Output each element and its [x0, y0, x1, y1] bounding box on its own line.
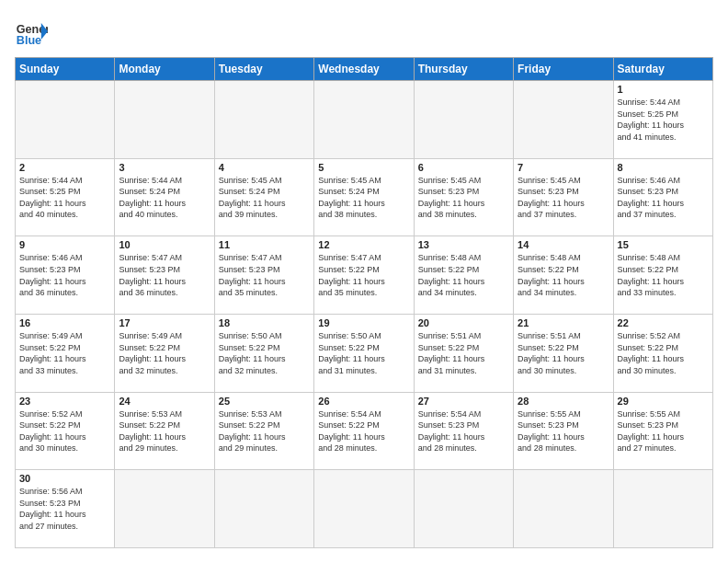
day-info: Sunrise: 5:51 AM Sunset: 5:22 PM Dayligh…: [418, 330, 509, 376]
day-number: 30: [19, 473, 110, 484]
calendar-day: 24Sunrise: 5:53 AM Sunset: 5:22 PM Dayli…: [115, 392, 214, 470]
calendar-day: [115, 470, 214, 548]
day-info: Sunrise: 5:47 AM Sunset: 5:22 PM Dayligh…: [318, 252, 409, 298]
day-info: Sunrise: 5:55 AM Sunset: 5:23 PM Dayligh…: [618, 408, 709, 454]
day-info: Sunrise: 5:48 AM Sunset: 5:22 PM Dayligh…: [518, 252, 609, 298]
calendar-day: [314, 470, 414, 548]
calendar-day: 8Sunrise: 5:46 AM Sunset: 5:23 PM Daylig…: [613, 158, 712, 236]
day-number: 19: [318, 317, 409, 328]
calendar-week-1: 1Sunrise: 5:44 AM Sunset: 5:25 PM Daylig…: [16, 81, 713, 159]
day-number: 29: [618, 396, 709, 407]
calendar-day: 11Sunrise: 5:47 AM Sunset: 5:23 PM Dayli…: [214, 236, 313, 315]
weekday-header-saturday: Saturday: [613, 58, 712, 81]
calendar-day: 27Sunrise: 5:54 AM Sunset: 5:23 PM Dayli…: [414, 392, 513, 470]
calendar-day: 30Sunrise: 5:56 AM Sunset: 5:23 PM Dayli…: [16, 470, 115, 548]
calendar-day: [613, 470, 712, 548]
logo-icon: General Blue: [15, 15, 48, 48]
day-info: Sunrise: 5:51 AM Sunset: 5:22 PM Dayligh…: [518, 330, 609, 376]
day-number: 24: [119, 396, 210, 407]
calendar-day: 18Sunrise: 5:50 AM Sunset: 5:22 PM Dayli…: [214, 314, 313, 392]
day-number: 4: [219, 162, 310, 173]
calendar-day: [514, 81, 613, 159]
day-number: 6: [418, 162, 509, 173]
day-info: Sunrise: 5:53 AM Sunset: 5:22 PM Dayligh…: [219, 408, 310, 454]
calendar-week-2: 2Sunrise: 5:44 AM Sunset: 5:25 PM Daylig…: [16, 158, 713, 236]
calendar-day: [414, 81, 513, 159]
calendar-week-3: 9Sunrise: 5:46 AM Sunset: 5:23 PM Daylig…: [16, 236, 713, 315]
day-number: 18: [219, 317, 310, 328]
svg-text:Blue: Blue: [17, 34, 41, 47]
calendar-day: 10Sunrise: 5:47 AM Sunset: 5:23 PM Dayli…: [115, 236, 214, 315]
day-number: 7: [518, 162, 609, 173]
weekday-header-tuesday: Tuesday: [214, 58, 313, 81]
day-number: 11: [219, 239, 310, 250]
calendar-table: SundayMondayTuesdayWednesdayThursdayFrid…: [15, 57, 713, 548]
weekday-header-monday: Monday: [115, 58, 214, 81]
calendar-day: [16, 81, 115, 159]
day-info: Sunrise: 5:48 AM Sunset: 5:22 PM Dayligh…: [418, 252, 509, 298]
day-info: Sunrise: 5:52 AM Sunset: 5:22 PM Dayligh…: [19, 408, 110, 454]
calendar-day: 25Sunrise: 5:53 AM Sunset: 5:22 PM Dayli…: [214, 392, 313, 470]
header: General Blue: [15, 15, 713, 48]
day-number: 13: [418, 239, 509, 250]
calendar-day: 6Sunrise: 5:45 AM Sunset: 5:23 PM Daylig…: [414, 158, 513, 236]
day-number: 20: [418, 317, 509, 328]
calendar-day: 5Sunrise: 5:45 AM Sunset: 5:24 PM Daylig…: [314, 158, 414, 236]
calendar-day: 14Sunrise: 5:48 AM Sunset: 5:22 PM Dayli…: [514, 236, 613, 315]
day-number: 1: [618, 84, 709, 95]
day-info: Sunrise: 5:52 AM Sunset: 5:22 PM Dayligh…: [618, 330, 709, 376]
day-number: 8: [618, 162, 709, 173]
day-info: Sunrise: 5:54 AM Sunset: 5:23 PM Dayligh…: [418, 408, 509, 454]
day-info: Sunrise: 5:44 AM Sunset: 5:25 PM Dayligh…: [618, 97, 709, 143]
calendar-day: 3Sunrise: 5:44 AM Sunset: 5:24 PM Daylig…: [115, 158, 214, 236]
day-number: 3: [119, 162, 210, 173]
day-info: Sunrise: 5:45 AM Sunset: 5:24 PM Dayligh…: [318, 175, 409, 221]
calendar-body: 1Sunrise: 5:44 AM Sunset: 5:25 PM Daylig…: [16, 81, 713, 548]
day-number: 23: [19, 396, 110, 407]
day-info: Sunrise: 5:50 AM Sunset: 5:22 PM Dayligh…: [318, 330, 409, 376]
calendar-day: 15Sunrise: 5:48 AM Sunset: 5:22 PM Dayli…: [613, 236, 712, 315]
calendar-day: 17Sunrise: 5:49 AM Sunset: 5:22 PM Dayli…: [115, 314, 214, 392]
day-number: 25: [219, 396, 310, 407]
day-number: 2: [19, 162, 110, 173]
calendar-day: [115, 81, 214, 159]
calendar-day: [214, 81, 313, 159]
day-number: 12: [318, 239, 409, 250]
weekday-header-row: SundayMondayTuesdayWednesdayThursdayFrid…: [16, 58, 713, 81]
day-info: Sunrise: 5:55 AM Sunset: 5:23 PM Dayligh…: [518, 408, 609, 454]
calendar-day: 7Sunrise: 5:45 AM Sunset: 5:23 PM Daylig…: [514, 158, 613, 236]
day-number: 21: [518, 317, 609, 328]
day-number: 9: [19, 239, 110, 250]
logo: General Blue: [15, 15, 48, 48]
calendar-day: 26Sunrise: 5:54 AM Sunset: 5:22 PM Dayli…: [314, 392, 414, 470]
day-info: Sunrise: 5:45 AM Sunset: 5:23 PM Dayligh…: [418, 175, 509, 221]
calendar-day: 22Sunrise: 5:52 AM Sunset: 5:22 PM Dayli…: [613, 314, 712, 392]
calendar-day: 12Sunrise: 5:47 AM Sunset: 5:22 PM Dayli…: [314, 236, 414, 315]
calendar-day: [214, 470, 313, 548]
calendar-day: 28Sunrise: 5:55 AM Sunset: 5:23 PM Dayli…: [514, 392, 613, 470]
calendar-day: 9Sunrise: 5:46 AM Sunset: 5:23 PM Daylig…: [16, 236, 115, 315]
calendar-day: 13Sunrise: 5:48 AM Sunset: 5:22 PM Dayli…: [414, 236, 513, 315]
day-info: Sunrise: 5:45 AM Sunset: 5:24 PM Dayligh…: [219, 175, 310, 221]
calendar-day: 20Sunrise: 5:51 AM Sunset: 5:22 PM Dayli…: [414, 314, 513, 392]
page: General Blue SundayMondayTuesdayWednesda…: [0, 0, 728, 563]
day-number: 16: [19, 317, 110, 328]
calendar-day: 29Sunrise: 5:55 AM Sunset: 5:23 PM Dayli…: [613, 392, 712, 470]
day-info: Sunrise: 5:49 AM Sunset: 5:22 PM Dayligh…: [19, 330, 110, 376]
day-number: 27: [418, 396, 509, 407]
day-info: Sunrise: 5:44 AM Sunset: 5:25 PM Dayligh…: [19, 175, 110, 221]
calendar-day: [514, 470, 613, 548]
day-info: Sunrise: 5:50 AM Sunset: 5:22 PM Dayligh…: [219, 330, 310, 376]
day-number: 22: [618, 317, 709, 328]
day-info: Sunrise: 5:46 AM Sunset: 5:23 PM Dayligh…: [19, 252, 110, 298]
day-info: Sunrise: 5:48 AM Sunset: 5:22 PM Dayligh…: [618, 252, 709, 298]
day-number: 26: [318, 396, 409, 407]
day-info: Sunrise: 5:56 AM Sunset: 5:23 PM Dayligh…: [19, 486, 110, 532]
calendar-day: 23Sunrise: 5:52 AM Sunset: 5:22 PM Dayli…: [16, 392, 115, 470]
day-info: Sunrise: 5:45 AM Sunset: 5:23 PM Dayligh…: [518, 175, 609, 221]
day-number: 14: [518, 239, 609, 250]
day-number: 15: [618, 239, 709, 250]
calendar-week-6: 30Sunrise: 5:56 AM Sunset: 5:23 PM Dayli…: [16, 470, 713, 548]
day-info: Sunrise: 5:53 AM Sunset: 5:22 PM Dayligh…: [119, 408, 210, 454]
calendar-day: [314, 81, 414, 159]
